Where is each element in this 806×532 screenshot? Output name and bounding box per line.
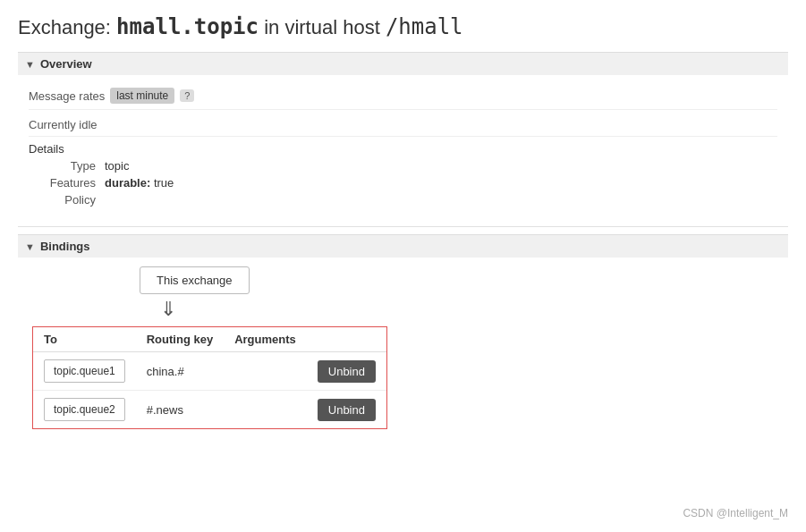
- virtual-host: /hmall: [386, 14, 463, 39]
- col-header-action: [307, 327, 386, 352]
- message-rates-row: Message rates last minute ?: [29, 82, 777, 110]
- overview-section-header[interactable]: ▼ Overview: [18, 52, 788, 75]
- details-key-policy: Policy: [38, 193, 105, 207]
- details-table: Type topic Features durable: true Policy: [38, 159, 777, 207]
- message-rates-label: Message rates: [29, 89, 105, 103]
- this-exchange-button[interactable]: This exchange: [140, 266, 250, 294]
- arguments-cell-1: [224, 352, 307, 391]
- routing-key-cell-2: #.news: [136, 391, 224, 429]
- overview-section-body: Message rates last minute ? Currently id…: [18, 75, 788, 227]
- unbind-button-1[interactable]: Unbind: [318, 360, 376, 383]
- col-header-arguments: Arguments: [224, 327, 307, 352]
- overview-section-title: Overview: [40, 57, 92, 71]
- routing-key-cell-1: china.#: [136, 352, 224, 391]
- details-row-features: Features durable: true: [38, 176, 777, 190]
- bindings-section-header[interactable]: ▼ Bindings: [18, 234, 788, 258]
- bindings-table-wrapper: To Routing key Arguments topic.queue1 ch…: [32, 326, 387, 429]
- bindings-toggle-icon[interactable]: ▼: [25, 241, 35, 252]
- arrow-down-icon: ⇓: [160, 298, 774, 321]
- bindings-table: To Routing key Arguments topic.queue1 ch…: [33, 327, 386, 428]
- details-section: Details Type topic Features durable: tru…: [29, 137, 777, 215]
- bindings-body: This exchange ⇓ To Routing key Arguments: [18, 258, 788, 446]
- details-value-features: durable: true: [105, 176, 174, 190]
- unbind-cell-2: Unbind: [307, 391, 386, 429]
- page-container: Exchange: hmall.topic in virtual host /h…: [0, 0, 806, 460]
- queue-button-2[interactable]: topic.queue2: [44, 398, 125, 421]
- queue-cell-1: topic.queue1: [33, 352, 136, 391]
- details-key-type: Type: [38, 159, 105, 173]
- exchange-name: hmall.topic: [116, 14, 259, 39]
- idle-status: Currently idle: [29, 114, 777, 137]
- page-title: Exchange: hmall.topic in virtual host /h…: [18, 14, 788, 39]
- unbind-cell-1: Unbind: [307, 352, 386, 391]
- last-minute-badge[interactable]: last minute: [110, 88, 174, 104]
- title-prefix: Exchange:: [18, 16, 116, 38]
- details-row-type: Type topic: [38, 159, 777, 173]
- details-title: Details: [29, 142, 777, 156]
- overview-toggle-icon[interactable]: ▼: [25, 59, 35, 70]
- help-badge[interactable]: ?: [180, 89, 194, 102]
- durable-label: durable:: [105, 176, 150, 190]
- details-key-features: Features: [38, 176, 105, 190]
- table-row: topic.queue1 china.# Unbind: [33, 352, 386, 391]
- col-header-to: To: [33, 327, 136, 352]
- arguments-cell-2: [224, 391, 307, 429]
- bindings-table-header-row: To Routing key Arguments: [33, 327, 386, 352]
- footer-watermark: CSDN @Intelligent_M: [683, 507, 788, 519]
- table-row: topic.queue2 #.news Unbind: [33, 391, 386, 429]
- queue-cell-2: topic.queue2: [33, 391, 136, 429]
- details-value-type: topic: [105, 159, 129, 173]
- title-middle: in virtual host: [259, 16, 386, 38]
- unbind-button-2[interactable]: Unbind: [318, 399, 376, 421]
- details-row-policy: Policy: [38, 193, 777, 207]
- queue-button-1[interactable]: topic.queue1: [44, 359, 125, 383]
- col-header-routing-key: Routing key: [136, 327, 224, 352]
- bindings-section-title: Bindings: [40, 240, 90, 253]
